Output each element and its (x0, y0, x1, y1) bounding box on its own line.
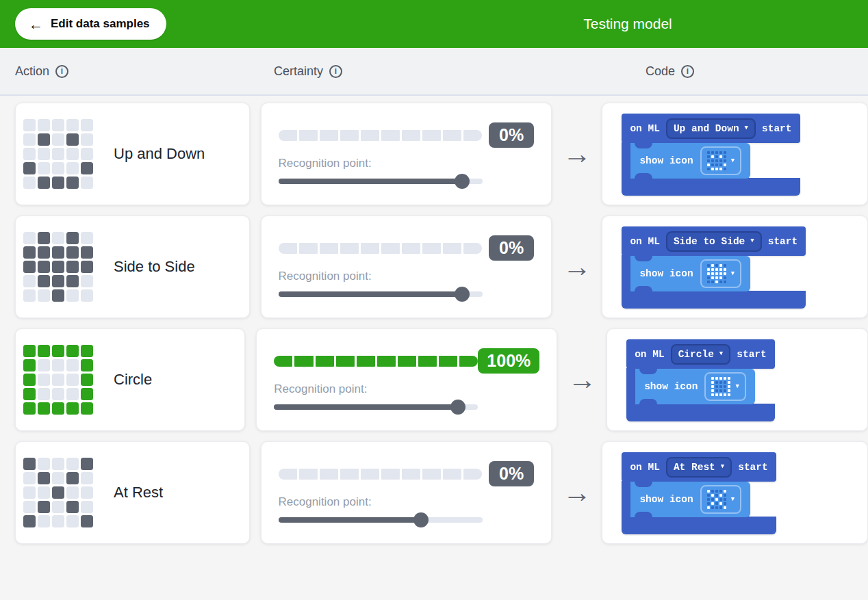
led-cell (719, 498, 722, 501)
led-cell (715, 393, 718, 396)
led-cell (52, 458, 64, 470)
meter-segment (320, 130, 338, 141)
led-cell (23, 289, 36, 302)
recognition-point-slider[interactable] (279, 174, 483, 189)
icon-preview-grid (711, 377, 730, 396)
led-cell (81, 162, 93, 174)
led-cell (715, 164, 718, 166)
led-cell (719, 276, 722, 279)
slider-thumb[interactable] (413, 512, 429, 527)
action-card: Side to Side (15, 216, 250, 318)
info-icon[interactable]: i (681, 65, 694, 78)
ml-action-dropdown[interactable]: Circle ▼ (671, 344, 731, 365)
led-cell (66, 177, 79, 189)
block-suffix: start (768, 236, 798, 247)
led-cell (724, 281, 726, 283)
led-cell (711, 272, 714, 275)
meter-segment (340, 243, 359, 254)
meter-segment (361, 469, 379, 480)
led-cell (711, 268, 714, 271)
show-icon-block: show icon ▼ (635, 369, 755, 404)
icon-preview-grid (707, 151, 726, 170)
led-cell (711, 506, 714, 509)
edit-data-samples-button[interactable]: ← Edit data samples (15, 8, 166, 40)
testing-model-rows: Up and Down 0% Recognition point: → on M… (0, 96, 868, 544)
info-icon[interactable]: i (329, 65, 342, 78)
led-cell (715, 377, 718, 380)
led-cell (715, 498, 718, 501)
led-cell (715, 151, 718, 154)
led-cell (715, 264, 718, 267)
led-cell (23, 359, 36, 371)
meter-segment (402, 130, 420, 141)
led-cell (38, 162, 50, 174)
meter-segment (443, 469, 461, 480)
led-cell (52, 359, 64, 371)
led-cell (728, 377, 730, 380)
certainty-meter (279, 243, 483, 254)
certainty-card: 100% Recognition point: (256, 328, 557, 431)
led-cell (724, 168, 726, 170)
led-cell (52, 177, 64, 189)
info-icon[interactable]: i (55, 65, 68, 78)
icon-preview-grid (707, 264, 726, 283)
slider-thumb[interactable] (450, 400, 465, 415)
icon-preview-grid (707, 490, 726, 509)
code-block: on ML Circle ▼ start show icon ▼ (626, 339, 775, 421)
led-cell (38, 345, 50, 357)
led-cell (66, 345, 79, 357)
icon-dropdown[interactable]: ▼ (700, 485, 741, 514)
certainty-meter (274, 356, 478, 367)
led-cell (81, 345, 93, 357)
led-cell (728, 389, 730, 392)
led-cell (719, 377, 722, 380)
led-cell (719, 490, 722, 493)
led-cell (719, 151, 722, 154)
chevron-down-icon: ▼ (731, 158, 735, 164)
certainty-card: 0% Recognition point: (261, 216, 552, 318)
action-led-grid (23, 119, 93, 189)
back-button-label: Edit data samples (51, 17, 150, 31)
icon-dropdown[interactable]: ▼ (700, 259, 741, 288)
led-cell (52, 133, 64, 146)
slider-fill (279, 179, 462, 184)
recognition-point-slider[interactable] (279, 287, 483, 302)
led-cell (38, 261, 50, 273)
led-cell (52, 472, 64, 484)
led-cell (81, 275, 93, 287)
certainty-badge: 0% (489, 461, 534, 486)
led-cell (38, 177, 50, 189)
right-arrow-icon: → (552, 441, 602, 544)
led-cell (707, 159, 710, 162)
code-card: on ML Side to Side ▼ start show icon ▼ (602, 216, 868, 318)
slider-thumb[interactable] (455, 287, 470, 302)
led-cell (719, 159, 722, 162)
slider-thumb[interactable] (455, 174, 470, 189)
on-ml-start-block: on ML Up and Down ▼ start (622, 114, 800, 143)
recognition-point-slider[interactable] (279, 512, 483, 527)
ml-action-dropdown[interactable]: At Rest ▼ (666, 457, 732, 478)
code-card: on ML At Rest ▼ start show icon ▼ (602, 441, 868, 544)
block-suffix: start (737, 349, 767, 360)
led-cell (38, 501, 50, 513)
led-cell (728, 381, 730, 384)
on-ml-start-block: on ML Side to Side ▼ start (622, 226, 806, 256)
led-cell (711, 281, 714, 283)
meter-segment (340, 130, 359, 141)
led-cell (66, 388, 79, 400)
icon-dropdown[interactable]: ▼ (700, 146, 741, 175)
led-cell (715, 276, 718, 279)
led-cell (724, 377, 726, 380)
icon-dropdown[interactable]: ▼ (704, 372, 745, 401)
ml-action-dropdown[interactable]: Side to Side ▼ (666, 231, 762, 252)
ml-action-dropdown[interactable]: Up and Down ▼ (666, 118, 756, 139)
recognition-point-slider[interactable] (274, 400, 478, 415)
meter-segment (443, 243, 461, 254)
led-cell (23, 402, 36, 415)
led-cell (38, 289, 50, 302)
led-cell (23, 162, 36, 174)
led-cell (707, 164, 710, 166)
block-footer (622, 291, 806, 309)
led-cell (23, 501, 36, 513)
led-cell (81, 289, 93, 302)
